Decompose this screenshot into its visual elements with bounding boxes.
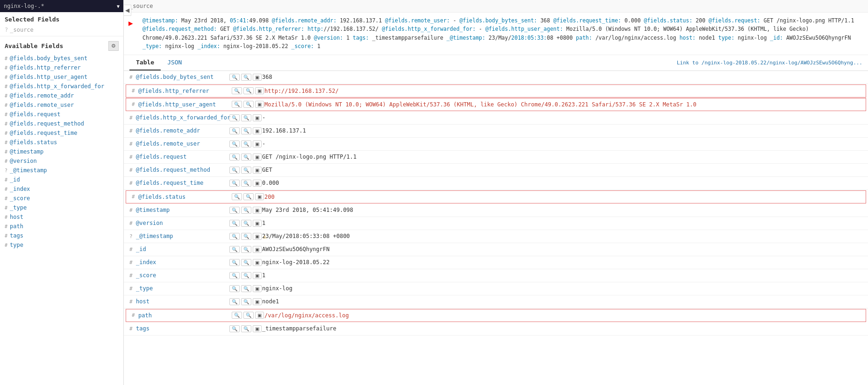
filter-positive-button[interactable]: 🔍	[232, 193, 242, 200]
filter-positive-button[interactable]: 🔍	[229, 114, 240, 121]
toggle-column-button[interactable]: ▣	[255, 312, 264, 319]
filter-positive-button[interactable]: 🔍	[229, 154, 240, 161]
toggle-column-button[interactable]: ▣	[255, 193, 264, 200]
row-field-name[interactable]: @fields.status	[138, 194, 232, 200]
toggle-column-button[interactable]: ▣	[253, 233, 262, 240]
filter-negative-button[interactable]: 🔍	[241, 246, 251, 253]
sidebar-field-item[interactable]: #@fields.remote_user	[0, 100, 123, 110]
sidebar-field-item[interactable]: #@fields.http_referrer	[0, 63, 123, 72]
row-field-name[interactable]: @version	[136, 220, 229, 226]
sidebar-field-item[interactable]: #_score	[0, 194, 123, 203]
filter-positive-button[interactable]: 🔍	[229, 180, 240, 187]
filter-positive-button[interactable]: 🔍	[229, 285, 240, 292]
row-field-name[interactable]: _score	[136, 272, 229, 279]
row-field-name[interactable]: _@timestamp	[136, 233, 229, 239]
filter-positive-button[interactable]: 🔍	[229, 220, 240, 227]
filter-negative-button[interactable]: 🔍	[241, 325, 251, 332]
row-field-name[interactable]: host	[136, 298, 229, 305]
gear-button[interactable]: ⚙	[108, 41, 119, 51]
sidebar-field-item[interactable]: #@timestamp	[0, 147, 123, 156]
filter-negative-button[interactable]: 🔍	[241, 298, 251, 305]
filter-positive-button[interactable]: 🔍	[229, 233, 240, 240]
filter-positive-button[interactable]: 🔍	[229, 272, 240, 279]
row-field-name[interactable]: @fields.http_x_forwarded_for	[136, 114, 229, 121]
row-field-name[interactable]: @fields.http_user_agent	[138, 101, 232, 108]
toggle-column-button[interactable]: ▣	[253, 285, 262, 292]
filter-negative-button[interactable]: 🔍	[241, 180, 251, 187]
filter-positive-button[interactable]: 🔍	[229, 167, 240, 174]
filter-negative-button[interactable]: 🔍	[241, 127, 251, 134]
toggle-column-button[interactable]: ▣	[255, 87, 264, 94]
toggle-column-button[interactable]: ▣	[253, 325, 262, 332]
filter-negative-button[interactable]: 🔍	[243, 87, 254, 94]
row-field-name[interactable]: @fields.http_referrer	[138, 88, 232, 94]
toggle-column-button[interactable]: ▣	[253, 180, 262, 187]
row-field-name[interactable]: _type	[136, 285, 229, 292]
toggle-column-button[interactable]: ▣	[253, 220, 262, 227]
toggle-column-button[interactable]: ▣	[255, 101, 264, 108]
link-to-document[interactable]: Link to /nginx-log-2018.05.22/nginx-log/…	[677, 60, 862, 66]
filter-negative-button[interactable]: 🔍	[241, 74, 251, 81]
sidebar-field-item[interactable]: #tags	[0, 231, 123, 240]
tab-table[interactable]: Table	[129, 55, 161, 70]
sidebar-field-item[interactable]: #@version	[0, 156, 123, 166]
sidebar-field-item[interactable]: #@fields.http_user_agent	[0, 72, 123, 82]
filter-negative-button[interactable]: 🔍	[241, 207, 251, 214]
toggle-column-button[interactable]: ▣	[253, 259, 262, 266]
sidebar-field-item[interactable]: #_type	[0, 203, 123, 212]
sidebar-field-item[interactable]: #@fields.remote_addr	[0, 91, 123, 100]
filter-negative-button[interactable]: 🔍	[241, 167, 251, 174]
filter-positive-button[interactable]: 🔍	[229, 298, 240, 305]
filter-positive-button[interactable]: 🔍	[229, 140, 240, 147]
toggle-column-button[interactable]: ▣	[253, 167, 262, 174]
filter-positive-button[interactable]: 🔍	[229, 74, 240, 81]
filter-positive-button[interactable]: 🔍	[232, 87, 242, 94]
sidebar-field-item[interactable]: #_id	[0, 175, 123, 184]
sidebar-field-item[interactable]: #path	[0, 222, 123, 231]
row-field-name[interactable]: tags	[136, 325, 229, 332]
sidebar-field-item[interactable]: #type	[0, 240, 123, 250]
filter-negative-button[interactable]: 🔍	[241, 220, 251, 227]
filter-positive-button[interactable]: 🔍	[229, 246, 240, 253]
filter-positive-button[interactable]: 🔍	[232, 101, 242, 108]
sidebar-field-item[interactable]: #_index	[0, 184, 123, 194]
sidebar-field-item[interactable]: #@fields.request_time	[0, 128, 123, 138]
row-field-name[interactable]: @fields.request_time	[136, 180, 229, 186]
filter-positive-button[interactable]: 🔍	[229, 259, 240, 266]
row-field-name[interactable]: _index	[136, 259, 229, 266]
toggle-column-button[interactable]: ▣	[253, 114, 262, 121]
toggle-column-button[interactable]: ▣	[253, 74, 262, 81]
tab-json[interactable]: JSON	[161, 55, 188, 70]
filter-positive-button[interactable]: 🔍	[229, 207, 240, 214]
sidebar-collapse-button[interactable]: ◀	[124, 5, 131, 16]
toggle-column-button[interactable]: ▣	[253, 298, 262, 305]
row-field-name[interactable]: @fields.request_method	[136, 167, 229, 173]
filter-negative-button[interactable]: 🔍	[243, 312, 254, 319]
filter-negative-button[interactable]: 🔍	[243, 193, 254, 200]
filter-negative-button[interactable]: 🔍	[241, 272, 251, 279]
filter-negative-button[interactable]: 🔍	[241, 259, 251, 266]
toggle-column-button[interactable]: ▣	[253, 127, 262, 134]
filter-negative-button[interactable]: 🔍	[241, 233, 251, 240]
sidebar-field-item[interactable]: #@fields.status	[0, 138, 123, 147]
filter-positive-button[interactable]: 🔍	[229, 325, 240, 332]
sidebar-field-item[interactable]: #@fields.request	[0, 110, 123, 119]
row-field-name[interactable]: @fields.remote_addr	[136, 127, 229, 134]
sidebar-field-item[interactable]: #@fields.request_method	[0, 119, 123, 128]
sidebar-field-item[interactable]: #host	[0, 212, 123, 222]
filter-negative-button[interactable]: 🔍	[241, 154, 251, 161]
sidebar-field-item[interactable]: #@fields.body_bytes_sent	[0, 54, 123, 63]
toggle-column-button[interactable]: ▣	[253, 207, 262, 214]
filter-negative-button[interactable]: 🔍	[243, 101, 254, 108]
sidebar-field-item[interactable]: ?_@timestamp	[0, 166, 123, 175]
filter-negative-button[interactable]: 🔍	[241, 114, 251, 121]
row-field-name[interactable]: @fields.request	[136, 154, 229, 160]
row-field-name[interactable]: @fields.body_bytes_sent	[136, 74, 229, 80]
toggle-column-button[interactable]: ▣	[253, 246, 262, 253]
expand-arrow-icon[interactable]: ▶	[128, 17, 133, 29]
row-field-name[interactable]: @timestamp	[136, 207, 229, 213]
sidebar-field-item[interactable]: #@fields.http_x_forwarded_for	[0, 82, 123, 91]
toggle-column-button[interactable]: ▣	[253, 140, 262, 147]
filter-positive-button[interactable]: 🔍	[229, 127, 240, 134]
row-field-name[interactable]: path	[138, 312, 232, 319]
